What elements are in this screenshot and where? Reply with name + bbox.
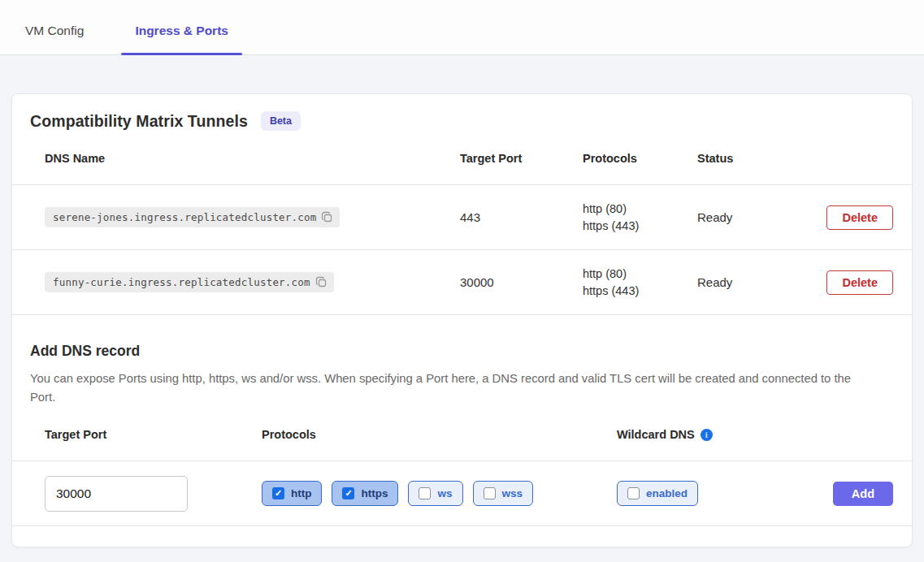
status-badge: Ready	[697, 210, 810, 224]
empty-checkbox-icon	[419, 487, 431, 499]
card-header: Compatibility Matrix Tunnels Beta	[12, 111, 912, 131]
checkmark-icon: ✓	[272, 487, 284, 499]
checkbox-enabled-label: enabled	[646, 487, 688, 499]
form-header-row: Target Port Protocols Wildcard DNS i	[12, 428, 912, 461]
checkbox-wss[interactable]: wss	[473, 481, 534, 506]
info-icon[interactable]: i	[701, 429, 713, 441]
checkbox-wildcard-enabled[interactable]: enabled	[617, 481, 698, 506]
empty-checkbox-icon	[484, 487, 496, 499]
dns-name-text: serene-jones.ingress.replicatedcluster.c…	[53, 211, 316, 223]
protocols-checkbox-group: ✓ http ✓ https ws wss	[262, 481, 617, 506]
column-header-protocols: Protocols	[583, 152, 697, 165]
checkbox-ws[interactable]: ws	[408, 481, 462, 506]
table-header-row: DNS Name Target Port Protocols Status	[12, 152, 912, 185]
target-port-value: 30000	[460, 275, 583, 289]
target-port-value: 443	[460, 210, 583, 224]
checkbox-http-label: http	[291, 487, 311, 499]
checkbox-https-label: https	[361, 487, 388, 499]
form-controls-row: ✓ http ✓ https ws wss enabled Add	[12, 461, 912, 526]
card-bottom-padding	[12, 526, 912, 547]
tab-ingress-ports[interactable]: Ingress & Ports	[121, 24, 242, 54]
protocol-line: https (443)	[583, 283, 697, 300]
add-dns-record-title: Add DNS record	[12, 343, 912, 360]
delete-button[interactable]: Delete	[826, 205, 893, 230]
page-title: Compatibility Matrix Tunnels	[30, 112, 248, 131]
tab-bar: VM Config Ingress & Ports	[0, 0, 924, 55]
form-label-protocols: Protocols	[262, 428, 617, 441]
add-dns-record-description: You can expose Ports using http, https, …	[12, 370, 874, 407]
checkmark-icon: ✓	[342, 487, 354, 499]
target-port-input[interactable]	[45, 476, 188, 512]
dns-name-pill: serene-jones.ingress.replicatedcluster.c…	[45, 207, 340, 227]
protocol-line: http (80)	[583, 266, 697, 283]
protocol-line: https (443)	[583, 218, 697, 235]
column-header-status: Status	[697, 152, 810, 165]
beta-badge: Beta	[261, 111, 301, 131]
status-badge: Ready	[697, 275, 810, 289]
column-header-dns-name: DNS Name	[45, 152, 460, 165]
checkbox-https[interactable]: ✓ https	[332, 481, 398, 506]
tunnels-card: Compatibility Matrix Tunnels Beta DNS Na…	[11, 93, 913, 547]
checkbox-wss-label: wss	[502, 487, 523, 499]
table-row: funny-curie.ingress.replicatedcluster.co…	[12, 250, 912, 315]
column-header-target-port: Target Port	[460, 152, 583, 165]
protocol-line: http (80)	[583, 201, 697, 218]
empty-checkbox-icon	[627, 487, 640, 499]
copy-icon[interactable]	[321, 211, 333, 223]
form-label-target-port: Target Port	[45, 428, 262, 441]
form-label-wildcard-dns: Wildcard DNS	[617, 428, 695, 441]
copy-icon[interactable]	[315, 276, 328, 288]
delete-button[interactable]: Delete	[826, 270, 893, 295]
checkbox-ws-label: ws	[437, 487, 452, 499]
tab-vm-config[interactable]: VM Config	[25, 24, 98, 54]
table-row: serene-jones.ingress.replicatedcluster.c…	[12, 185, 912, 250]
dns-name-text: funny-curie.ingress.replicatedcluster.co…	[53, 276, 310, 288]
checkbox-http[interactable]: ✓ http	[262, 481, 322, 506]
dns-name-pill: funny-curie.ingress.replicatedcluster.co…	[45, 272, 334, 292]
add-button[interactable]: Add	[833, 482, 893, 506]
